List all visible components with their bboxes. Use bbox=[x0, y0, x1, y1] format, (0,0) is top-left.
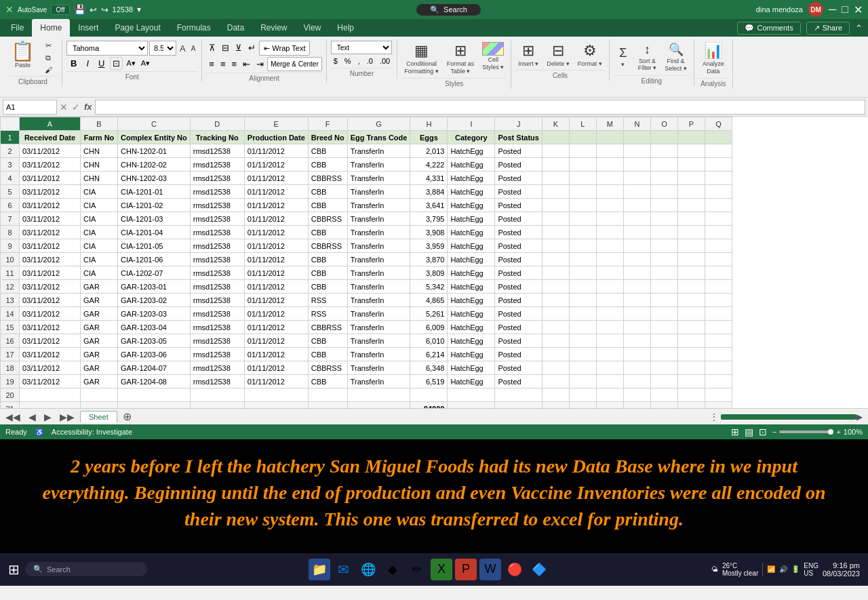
data-cell[interactable]: 03/11/2012 bbox=[20, 375, 81, 388]
data-cell[interactable]: 4,222 bbox=[410, 158, 448, 172]
total-cell[interactable] bbox=[650, 402, 677, 409]
autosave-toggle[interactable]: Off bbox=[51, 5, 69, 15]
col-header-l[interactable]: L bbox=[569, 117, 596, 131]
page-layout-view-icon[interactable]: ▤ bbox=[745, 426, 753, 437]
underline-button[interactable]: U bbox=[94, 57, 108, 70]
data-cell[interactable]: GAR bbox=[81, 307, 118, 321]
col-header-h[interactable]: H bbox=[410, 117, 448, 131]
data-cell[interactable]: HatchEgg bbox=[448, 253, 495, 266]
minimize-icon[interactable]: ─ bbox=[829, 3, 836, 16]
data-cell[interactable]: TransferIn bbox=[347, 253, 410, 266]
data-cell[interactable]: HatchEgg bbox=[448, 158, 495, 172]
accessibility-label[interactable]: Accessibility: Investigate bbox=[52, 428, 132, 436]
increase-indent-button[interactable]: ⇥ bbox=[254, 57, 267, 71]
filename-dropdown[interactable]: ▾ bbox=[137, 5, 141, 14]
data-cell[interactable]: CIA-1201-05 bbox=[118, 239, 191, 253]
data-cell[interactable]: 03/11/2012 bbox=[20, 185, 81, 199]
data-cell[interactable]: Posted bbox=[495, 199, 542, 212]
header-cell-1[interactable]: Farm No bbox=[81, 131, 118, 144]
row-header-6[interactable]: 6 bbox=[1, 199, 20, 212]
data-cell[interactable]: 01/11/2012 bbox=[244, 144, 308, 158]
data-cell[interactable]: CIA-1201-02 bbox=[118, 199, 191, 212]
maximize-icon[interactable]: □ bbox=[842, 3, 848, 16]
data-cell[interactable]: CBBRSS bbox=[308, 321, 347, 334]
data-cell[interactable]: HatchEgg bbox=[448, 294, 495, 307]
data-cell[interactable]: 01/11/2012 bbox=[244, 239, 308, 253]
header-cell-2[interactable]: Complex Entity No bbox=[118, 131, 191, 144]
data-cell[interactable]: Posted bbox=[495, 280, 542, 294]
data-cell[interactable]: TransferIn bbox=[347, 266, 410, 280]
data-cell[interactable]: rmsd12538 bbox=[190, 172, 244, 185]
total-cell[interactable] bbox=[308, 402, 347, 409]
align-center-button[interactable]: ≡ bbox=[218, 57, 229, 71]
data-cell[interactable]: 3,959 bbox=[410, 239, 448, 253]
align-bottom-button[interactable]: ⊻ bbox=[233, 41, 245, 56]
scroll-bar[interactable] bbox=[721, 414, 856, 420]
data-cell[interactable]: HatchEgg bbox=[448, 199, 495, 212]
data-cell[interactable]: GAR bbox=[81, 321, 118, 334]
data-cell[interactable]: GAR bbox=[81, 294, 118, 307]
col-header-p[interactable]: P bbox=[677, 117, 705, 131]
data-cell[interactable]: Posted bbox=[495, 375, 542, 388]
data-cell[interactable]: HatchEgg bbox=[448, 348, 495, 361]
data-cell[interactable]: 01/11/2012 bbox=[244, 334, 308, 348]
autosum-button[interactable]: Σ ▾ bbox=[614, 41, 633, 74]
tab-formulas[interactable]: Formulas bbox=[169, 19, 219, 37]
data-cell[interactable]: CBB bbox=[308, 266, 347, 280]
data-cell[interactable]: GAR bbox=[81, 348, 118, 361]
data-cell[interactable]: CIA bbox=[81, 239, 118, 253]
data-cell[interactable]: 01/11/2012 bbox=[244, 375, 308, 388]
col-header-q[interactable]: Q bbox=[705, 117, 732, 131]
data-cell[interactable]: GAR-1203-04 bbox=[118, 321, 191, 334]
data-cell[interactable]: HatchEgg bbox=[448, 144, 495, 158]
data-cell[interactable]: rmsd12538 bbox=[190, 280, 244, 294]
taskbar-dropbox-icon[interactable]: ◆ bbox=[382, 559, 403, 580]
page-break-view-icon[interactable]: ⊡ bbox=[759, 426, 767, 437]
formula-input[interactable] bbox=[95, 100, 865, 115]
total-cell[interactable] bbox=[20, 402, 81, 409]
row-header-19[interactable]: 19 bbox=[1, 375, 20, 388]
tab-page-layout[interactable]: Page Layout bbox=[106, 19, 168, 37]
data-cell[interactable]: 3,908 bbox=[410, 226, 448, 239]
data-cell[interactable]: 01/11/2012 bbox=[244, 307, 308, 321]
data-cell[interactable]: 6,519 bbox=[410, 375, 448, 388]
data-cell[interactable]: 01/11/2012 bbox=[244, 321, 308, 334]
data-cell[interactable]: 03/11/2012 bbox=[20, 294, 81, 307]
data-cell[interactable]: CIA bbox=[81, 226, 118, 239]
data-cell[interactable]: GAR bbox=[81, 280, 118, 294]
data-cell[interactable]: HatchEgg bbox=[448, 185, 495, 199]
bold-button[interactable]: B bbox=[66, 57, 81, 70]
sheet-tab-sheet[interactable]: Sheet bbox=[80, 411, 117, 422]
taskbar-search[interactable]: 🔍 Search bbox=[25, 562, 147, 576]
data-cell[interactable]: CBB bbox=[308, 226, 347, 239]
total-cell[interactable] bbox=[118, 402, 191, 409]
data-cell[interactable]: 01/11/2012 bbox=[244, 158, 308, 172]
data-cell[interactable]: HatchEgg bbox=[448, 361, 495, 375]
data-cell[interactable]: CBB bbox=[308, 144, 347, 158]
sheet-options-icon[interactable]: ⋮ bbox=[710, 412, 718, 422]
data-cell[interactable]: CBB bbox=[308, 199, 347, 212]
data-cell[interactable]: 3,795 bbox=[410, 212, 448, 226]
data-cell[interactable]: 01/11/2012 bbox=[244, 226, 308, 239]
data-cell[interactable]: CHN bbox=[81, 144, 118, 158]
col-header-i[interactable]: I bbox=[448, 117, 495, 131]
zoom-slider[interactable] bbox=[779, 431, 833, 433]
data-cell[interactable]: TransferIn bbox=[347, 280, 410, 294]
data-cell[interactable]: CBBRSS bbox=[308, 361, 347, 375]
col-header-m[interactable]: M bbox=[596, 117, 623, 131]
data-cell[interactable]: CBB bbox=[308, 375, 347, 388]
tab-view[interactable]: View bbox=[296, 19, 330, 37]
decrease-font-size[interactable]: A bbox=[189, 44, 198, 53]
data-cell[interactable]: rmsd12538 bbox=[190, 212, 244, 226]
data-cell[interactable]: rmsd12538 bbox=[190, 239, 244, 253]
col-header-a[interactable]: A bbox=[20, 117, 81, 131]
row-header-17[interactable]: 17 bbox=[1, 348, 20, 361]
decrease-indent-button[interactable]: ⇤ bbox=[240, 57, 253, 71]
normal-view-icon[interactable]: ⊞ bbox=[731, 426, 739, 437]
tab-help[interactable]: Help bbox=[329, 19, 362, 37]
data-cell[interactable]: HatchEgg bbox=[448, 334, 495, 348]
header-cell-8[interactable]: Category bbox=[448, 131, 495, 144]
data-cell[interactable]: GAR-1203-01 bbox=[118, 280, 191, 294]
data-cell[interactable]: Posted bbox=[495, 172, 542, 185]
find-select-button[interactable]: 🔍 Find &Select ▾ bbox=[662, 41, 690, 74]
